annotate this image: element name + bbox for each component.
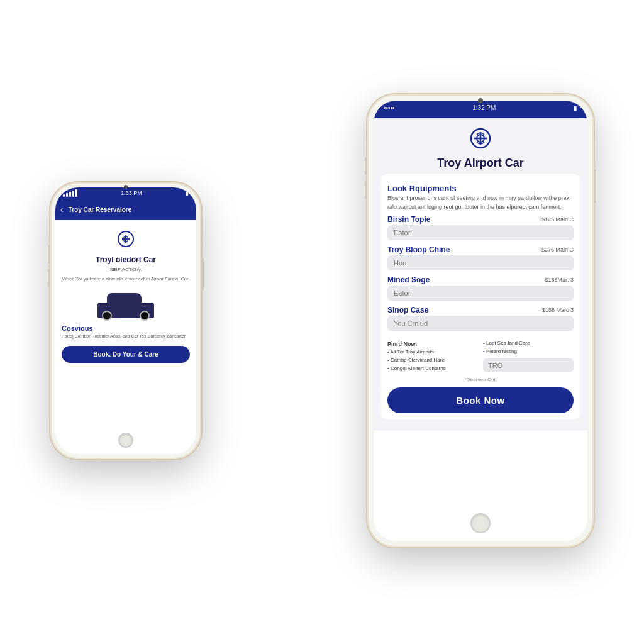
bottom-left-col: Pinrd Now: All Tor Troy Airports Cambe S… [387,340,478,373]
small-nav-bar: ‹ Troy Car Reservalore [55,199,196,220]
small-phone-screen: 1:33 PM ▮ ‹ Troy Car Reservalore Troyl o… [55,187,196,454]
disclaimer-text: *Gearneo Onl; [387,377,574,382]
car-wheel-right [140,311,150,321]
form4-label: Sinop Case [387,306,542,314]
large-time: 1:32 PM [472,104,496,111]
list-item-1: All Tor Troy Airports [387,348,478,357]
bottom-right-input[interactable] [483,358,574,372]
small-phone-content: Troyl oledort Car SlBF ACTiGry. Whee Tor… [55,220,196,369]
small-book-button[interactable]: Book. Do Your & Care [62,346,190,363]
list-item-4: Lopt Sea fand Care [483,340,574,348]
bottom-left-title: Pinrd Now: [387,340,478,348]
list-item-3: Conget Menert Conterns [387,365,478,373]
small-phone: 1:33 PM ▮ ‹ Troy Car Reservalore Troyl o… [50,182,201,459]
bottom-section: Pinrd Now: All Tor Troy Airports Cambe S… [387,340,574,373]
small-app-subtitle: SlBF ACTiGry. [109,267,142,272]
scene: 1:33 PM ▮ ‹ Troy Car Reservalore Troyl o… [0,0,644,644]
small-logo-icon [117,230,135,252]
car-image [94,290,157,318]
form4-row: Sinop Case $158 Marc 3 [387,306,574,314]
power-button [201,258,204,291]
large-front-camera [478,98,483,103]
form1-row: Birsin Topie $125 Main C [387,215,574,224]
small-home-button[interactable] [118,433,133,448]
large-power-button [594,170,596,203]
volume-down-button [48,269,50,287]
large-phone-screen: ••••• 1:32 PM ▮ Troy Airpo [374,101,587,541]
form2-label: Troy Bloop Chine [387,245,541,254]
list-item-5: Pleard festing [483,348,574,356]
large-signal-dots: ••••• [384,104,395,111]
form3-price: $155Mar: 3 [545,277,574,283]
section1-desc: Blosrant proser ons cant of seeting and … [387,194,574,211]
form3-row: Mined Soge $155Mar: 3 [387,275,574,284]
form2-price: $276 Main C [541,247,574,253]
form3-input[interactable] [387,286,574,301]
form2-input[interactable] [387,255,574,270]
large-logo-icon [381,127,580,154]
bottom-right-col: Lopt Sea fand Care Pleard festing [483,340,574,373]
large-volume-down [365,181,367,199]
bottom-left-list: All Tor Troy Airports Cambe Stervieand H… [387,348,478,372]
form2-row: Troy Bloop Chine $276 Main C [387,245,574,254]
front-camera [124,185,128,189]
form1-price: $125 Main C [541,216,574,223]
form1-label: Birsin Topie [387,215,541,224]
back-button[interactable]: ‹ [60,204,64,214]
main-card: Look Rquipments Blosrant proser ons cant… [381,174,580,419]
small-app-title: Troyl oledort Car [96,255,156,265]
large-battery-icon: ▮ [574,104,577,111]
bottom-right-list: Lopt Sea fand Care Pleard festing [483,340,574,356]
small-nav-title: Troy Car Reservalore [69,206,132,213]
large-app-title: Troy Airport Car [381,157,580,170]
form4-input[interactable] [387,316,574,331]
large-volume-up [365,157,367,175]
list-item-2: Cambe Stervieand Hare [387,357,478,365]
section1-title: Look Rquipments [387,184,574,193]
small-section-desc: Parte] Cuntbor Rostinter Acad, and Car T… [62,333,187,340]
volume-up-button [48,245,50,263]
small-section-title: Cosvious [62,325,93,332]
large-phone-content: Troy Airport Car Look Rquipments Blosran… [374,118,587,431]
small-app-description: Whee Tor yallicate a slow elis entort co… [62,276,189,283]
small-status-bar: 1:33 PM ▮ [55,187,196,199]
small-battery-icon: ▮ [186,190,189,196]
form4-price: $158 Marc 3 [542,307,574,313]
form3-label: Mined Soge [387,275,545,284]
large-book-button[interactable]: Book Now [387,387,574,413]
large-phone: ••••• 1:32 PM ▮ Troy Airpo [367,94,594,547]
small-time: 1:33 PM [121,190,142,196]
large-home-button[interactable] [470,513,491,533]
form1-input[interactable] [387,225,574,240]
car-wheel-left [102,311,112,321]
